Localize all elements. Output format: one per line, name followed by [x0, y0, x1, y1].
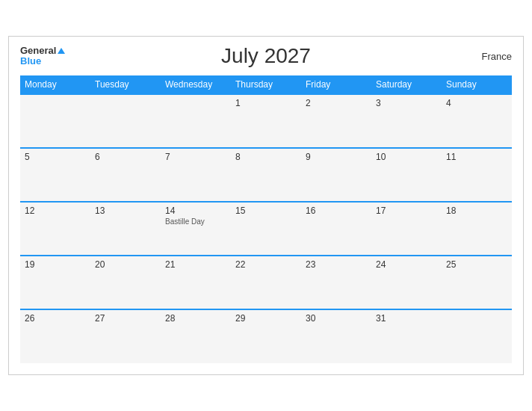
day-number: 22 [235, 259, 297, 270]
day-number: 17 [376, 206, 437, 216]
calendar-cell: 2 [301, 94, 371, 148]
day-number: 25 [446, 259, 507, 270]
calendar-cell: 15 [231, 202, 301, 256]
weekday-header-friday: Friday [301, 75, 371, 94]
calendar-cell: 7 [161, 148, 231, 202]
calendar-cell: 17 [371, 202, 442, 256]
holiday-label: Bastille Day [165, 217, 226, 226]
day-number: 30 [306, 313, 367, 324]
day-number: 6 [95, 152, 156, 162]
country-label: France [482, 51, 512, 62]
day-number: 8 [235, 152, 297, 162]
day-number: 20 [95, 259, 156, 270]
calendar-cell: 23 [301, 256, 371, 309]
weekday-header-wednesday: Wednesday [161, 75, 231, 94]
calendar-title: July 2027 [221, 44, 311, 68]
calendar-container: General Blue July 2027 France MondayTues… [8, 36, 524, 375]
calendar-cell: 25 [442, 256, 512, 309]
calendar-cell: 28 [161, 309, 231, 363]
week-row-4: 262728293031 [20, 309, 512, 363]
day-number: 24 [376, 259, 437, 270]
day-number: 14 [165, 206, 226, 216]
day-number: 21 [165, 259, 226, 270]
day-number: 4 [446, 98, 507, 108]
logo-general-text: General [20, 46, 56, 56]
day-number: 18 [446, 206, 507, 216]
calendar-cell: 21 [161, 256, 231, 309]
calendar-cell: 22 [231, 256, 301, 309]
calendar-cell: 14Bastille Day [161, 202, 231, 256]
week-row-2: 121314Bastille Day15161718 [20, 202, 512, 256]
day-number: 29 [235, 313, 297, 324]
calendar-cell [161, 94, 231, 148]
calendar-cell [442, 309, 512, 363]
calendar-cell: 12 [20, 202, 90, 256]
calendar-cell [20, 94, 90, 148]
calendar-cell: 8 [231, 148, 301, 202]
day-number: 13 [95, 206, 156, 216]
calendar-cell: 6 [90, 148, 161, 202]
calendar-cell [90, 94, 161, 148]
weekday-header-monday: Monday [20, 75, 90, 94]
calendar-cell: 26 [20, 309, 90, 363]
logo: General Blue [20, 46, 65, 67]
day-number: 27 [95, 313, 156, 324]
week-row-0: 1234 [20, 94, 512, 148]
day-number: 12 [25, 206, 86, 216]
weekday-header-saturday: Saturday [371, 75, 442, 94]
day-number: 26 [25, 313, 86, 324]
day-number: 15 [235, 206, 297, 216]
day-number: 11 [446, 152, 507, 162]
calendar-header: General Blue July 2027 France [20, 44, 512, 68]
day-number: 19 [25, 259, 86, 270]
day-number: 23 [306, 259, 367, 270]
calendar-cell: 20 [90, 256, 161, 309]
day-number: 28 [165, 313, 226, 324]
calendar-cell: 31 [371, 309, 442, 363]
day-number: 3 [376, 98, 437, 108]
calendar-cell: 24 [371, 256, 442, 309]
week-row-3: 19202122232425 [20, 256, 512, 309]
weekday-header-sunday: Sunday [442, 75, 512, 94]
day-number: 31 [376, 313, 437, 324]
day-number: 7 [165, 152, 226, 162]
week-row-1: 567891011 [20, 148, 512, 202]
logo-blue-text: Blue [20, 56, 65, 67]
calendar-cell: 16 [301, 202, 371, 256]
calendar-cell: 13 [90, 202, 161, 256]
day-number: 1 [235, 98, 297, 108]
day-number: 16 [306, 206, 367, 216]
calendar-cell: 30 [301, 309, 371, 363]
calendar-cell: 5 [20, 148, 90, 202]
calendar-cell: 19 [20, 256, 90, 309]
calendar-cell: 1 [231, 94, 301, 148]
day-number: 10 [376, 152, 437, 162]
day-number: 2 [306, 98, 367, 108]
calendar-cell: 18 [442, 202, 512, 256]
calendar-cell: 29 [231, 309, 301, 363]
calendar-cell: 4 [442, 94, 512, 148]
weekday-header-thursday: Thursday [231, 75, 301, 94]
day-number: 5 [25, 152, 86, 162]
day-number: 9 [306, 152, 367, 162]
calendar-cell: 9 [301, 148, 371, 202]
weekday-header-row: MondayTuesdayWednesdayThursdayFridaySatu… [20, 75, 512, 94]
weekday-header-tuesday: Tuesday [90, 75, 161, 94]
calendar-grid: MondayTuesdayWednesdayThursdayFridaySatu… [20, 75, 512, 363]
calendar-cell: 11 [442, 148, 512, 202]
calendar-cell: 10 [371, 148, 442, 202]
logo-triangle-icon [58, 48, 65, 54]
calendar-cell: 27 [90, 309, 161, 363]
calendar-cell: 3 [371, 94, 442, 148]
